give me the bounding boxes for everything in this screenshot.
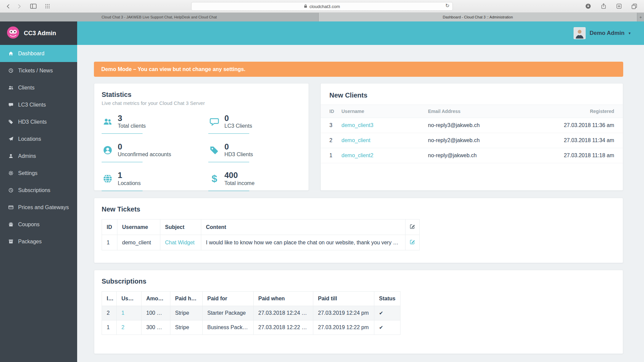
user-name: Demo Admin [590, 30, 625, 37]
brand-name: CC3 Admin [24, 30, 56, 37]
client-username-link[interactable]: demo_client [341, 137, 370, 143]
new-tickets-table: ID Username Subject Content [102, 219, 420, 250]
column-header: ID [321, 105, 341, 118]
top-header: Demo Admin ▾ [77, 21, 644, 45]
chevron-down-icon: ▾ [629, 31, 631, 36]
gift-icon [8, 222, 14, 227]
browser-toolbar: cloudchat3.com ↻ [0, 0, 644, 13]
user-icon [8, 153, 14, 159]
share-button[interactable] [599, 2, 608, 11]
sidebar-item-subscriptions[interactable]: Subscriptions [0, 182, 77, 199]
edit-ticket-icon[interactable] [410, 239, 415, 246]
sidebar-item-clients[interactable]: Clients [0, 79, 77, 96]
clock-icon [8, 68, 14, 73]
column-header: ID [102, 292, 117, 306]
table-header-row: ID Username Subject Content [102, 220, 420, 235]
sidebar-item-lc3-clients[interactable]: LC3 Clients [0, 96, 77, 113]
gears-icon [8, 170, 14, 176]
new-clients-table: ID Username Email Address Registered 3 d… [321, 105, 623, 163]
client-username-link[interactable]: demo_client2 [341, 153, 373, 158]
client-email: no-reply@jakweb.ch [428, 148, 526, 163]
sidebar-item-label: Admins [18, 153, 36, 159]
sidebar-item-label: Settings [18, 170, 38, 176]
home-icon [8, 51, 14, 56]
stat-total-clients: 3Total clients [102, 114, 208, 134]
brand-logo[interactable]: CC3 Admin [0, 21, 77, 45]
column-header: Paid when [254, 292, 313, 306]
column-header: Amount [142, 292, 170, 306]
sidebar-item-coupons[interactable]: Coupons [0, 216, 77, 233]
box-icon [8, 239, 14, 244]
table-header-row: ID UserID Amount Paid how Paid for Paid … [102, 292, 400, 306]
column-header: Paid how [170, 292, 203, 306]
user-menu[interactable]: Demo Admin ▾ [574, 27, 631, 39]
sidebar-item-prices-gateways[interactable]: Prices and Gateways [0, 199, 77, 216]
chat-icon [8, 102, 14, 108]
stat-value: 1 [118, 171, 141, 179]
column-header: Username [117, 220, 160, 235]
client-registered: 27.03.2018 11:18 am [526, 148, 623, 163]
subscription-userid-link[interactable]: 2 [121, 324, 124, 330]
grid-icon[interactable] [43, 2, 52, 11]
tab-cloud-chat[interactable]: Cloud Chat 3 - JAKWEB Live Support Chat,… [0, 13, 319, 21]
client-registered: 27.03.2018 11:36 am [526, 118, 623, 133]
subscriptions-title: Subscriptions [102, 278, 614, 285]
user-circle-icon [102, 145, 114, 155]
reload-button[interactable]: ↻ [445, 3, 449, 9]
statistics-subtitle: Live chat metrics for your Cloud Chat 3 … [102, 100, 301, 106]
subscription-paid-for: Starter Package [203, 306, 254, 320]
stat-value: 0 [118, 142, 171, 151]
dollar-icon: $ [208, 173, 220, 184]
ticket-subject-link[interactable]: Chat Widget [165, 240, 195, 245]
client-username-link[interactable]: demo_client3 [341, 122, 373, 128]
sidebar-item-label: Clients [18, 85, 35, 91]
sidebar-toggle-button[interactable] [29, 2, 38, 11]
new-clients-title: New Clients [329, 92, 614, 99]
stat-label: Unconfirmed accounts [118, 152, 171, 158]
subscriptions-table: ID UserID Amount Paid how Paid for Paid … [102, 291, 400, 335]
users-icon [8, 85, 14, 90]
stat-hd3-clients: 0HD3 Clients [208, 142, 301, 162]
stat-label: Locations [118, 180, 141, 186]
client-email: no-reply3@jakweb.ch [428, 118, 526, 133]
address-bar[interactable]: cloudchat3.com ↻ [191, 2, 453, 11]
tags-icon [208, 145, 220, 155]
new-tickets-title: New Tickets [102, 205, 614, 213]
ticket-content: I would like to know how we can place th… [201, 235, 406, 250]
sidebar-item-packages[interactable]: Packages [0, 233, 77, 250]
sidebar-item-admins[interactable]: Admins [0, 147, 77, 165]
clock-icon [8, 187, 14, 193]
sidebar-item-hd3-clients[interactable]: HD3 Clients [0, 113, 77, 130]
forward-button[interactable] [15, 2, 23, 11]
downloads-button[interactable] [584, 2, 592, 11]
stat-value: 3 [118, 114, 146, 122]
url-text: cloudchat3.com [309, 4, 340, 9]
new-tab-button[interactable] [614, 2, 623, 11]
credit-card-icon [8, 204, 14, 210]
stat-label: HD3 Clients [224, 152, 253, 158]
tab-dashboard-active[interactable]: Dashboard - Cloud Chat 3 :: Administrati… [319, 13, 637, 21]
sidebar-item-dashboard[interactable]: Dashboard [0, 45, 77, 62]
sidebar-item-settings[interactable]: Settings [0, 165, 77, 182]
sidebar-item-label: Coupons [18, 222, 40, 228]
dashboard-content: Demo Mode – You can view but not change … [77, 45, 644, 362]
back-button[interactable] [4, 2, 13, 11]
sidebar-item-tickets-news[interactable]: Tickets / News [0, 62, 77, 79]
subscription-userid-link[interactable]: 1 [121, 310, 124, 316]
users-icon [102, 117, 114, 126]
table-row: 1 demo_client Chat Widget I would like t… [102, 235, 420, 250]
new-tab-stub[interactable]: + [637, 13, 644, 21]
new-tickets-card: New Tickets ID Username Subject Content [94, 198, 623, 263]
browser-window: cloudchat3.com ↻ Cloud Chat 3 - JAKWEB L… [0, 0, 644, 362]
chat-icon [208, 117, 220, 126]
ticket-id: 1 [102, 235, 117, 250]
subscriptions-card: Subscriptions ID UserID Amount Paid how … [94, 270, 623, 354]
sidebar-item-locations[interactable]: Locations [0, 130, 77, 147]
demo-mode-alert: Demo Mode – You can view but not change … [94, 62, 623, 77]
stat-total-income: $ 400Total income [208, 171, 301, 191]
sidebar-item-label: HD3 Clients [18, 119, 47, 125]
subscription-amount: 100 USD [142, 306, 170, 320]
subscription-paid-when: 27.03.2018 12:22 pm [254, 320, 313, 335]
table-row: 3 demo_client3 no-reply3@jakweb.ch 27.03… [321, 118, 623, 133]
tab-overview-button[interactable] [630, 2, 639, 11]
